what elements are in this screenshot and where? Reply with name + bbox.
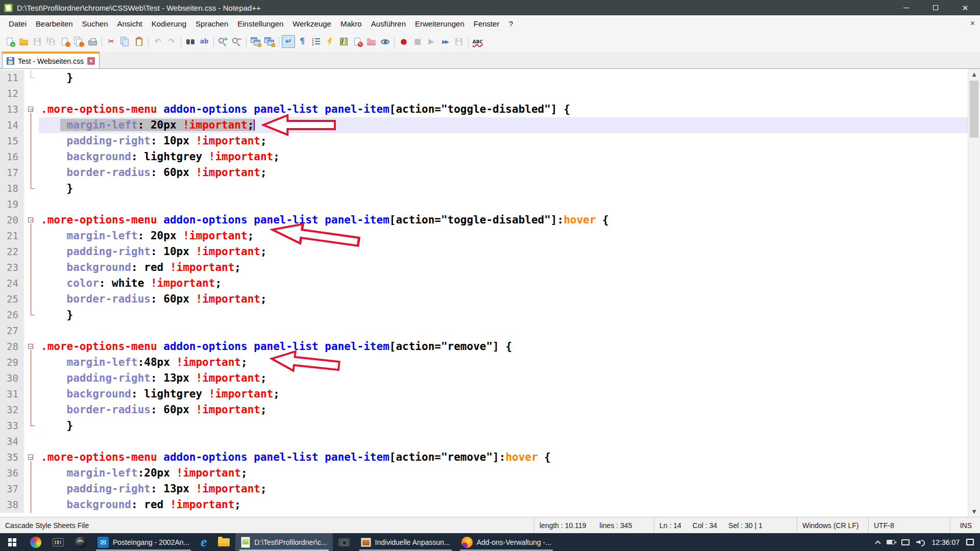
- minimize-button[interactable]: [891, 0, 921, 15]
- cut-button[interactable]: ✂: [105, 35, 118, 48]
- menubar-close-icon[interactable]: ×: [970, 19, 975, 28]
- code-text: background: lightgrey !important;: [39, 149, 968, 165]
- taskbar-clock[interactable]: 12:36:07: [932, 538, 960, 546]
- find-button[interactable]: [184, 35, 197, 48]
- document-map-button[interactable]: [337, 35, 350, 48]
- menu-item-datei[interactable]: Datei: [4, 19, 31, 28]
- fold-collapse-icon[interactable]: [24, 449, 39, 465]
- function-list-button[interactable]: [323, 35, 336, 48]
- line-number: 18: [0, 181, 24, 196]
- scrollbar-thumb[interactable]: [970, 81, 978, 138]
- spell-check-button[interactable]: ABC: [471, 35, 484, 48]
- paste-button[interactable]: [132, 35, 145, 48]
- menu-item-sprachen[interactable]: Sprachen: [191, 19, 233, 28]
- close-button[interactable]: ✕: [950, 0, 980, 15]
- macro-run-multiple-button[interactable]: ▶▶: [438, 35, 452, 48]
- scroll-down-icon[interactable]: ▼: [968, 506, 980, 517]
- sync-horizontal-scroll-button[interactable]: [263, 35, 276, 48]
- copy-button[interactable]: [118, 35, 132, 48]
- menu-item-ausfhren[interactable]: Ausführen: [366, 19, 410, 28]
- colorful-app-icon: [30, 537, 41, 548]
- code-line-20: 20.more-options-menu addon-options panel…: [0, 212, 968, 228]
- save-all-button[interactable]: [44, 35, 58, 48]
- fold-margin: [24, 181, 39, 196]
- line-number: 13: [0, 102, 24, 117]
- fold-collapse-icon[interactable]: [24, 212, 39, 228]
- code-text: padding-right: 10px !important;: [39, 244, 968, 260]
- tab-close-icon[interactable]: ×: [87, 57, 95, 65]
- menu-item-?[interactable]: ?: [504, 19, 518, 28]
- line-number: 33: [0, 418, 24, 434]
- zoom-out-button[interactable]: −: [230, 35, 243, 48]
- menu-item-makro[interactable]: Makro: [336, 19, 366, 28]
- macro-save-button[interactable]: [452, 35, 465, 48]
- taskbar-settings-window[interactable]: Individuelle Anpassun...: [355, 533, 456, 551]
- menu-item-erweiterungen[interactable]: Erweiterungen: [410, 19, 469, 28]
- maximize-button[interactable]: [921, 0, 950, 15]
- menu-item-bearbeiten[interactable]: Bearbeiten: [31, 19, 78, 28]
- toolbar: +✂↶↷ab+−↵¶✎●■▶▶▶ABC: [0, 32, 980, 52]
- line-number: 24: [0, 276, 24, 291]
- macro-stop-button[interactable]: ■: [411, 35, 424, 48]
- menu-item-fenster[interactable]: Fenster: [469, 19, 504, 28]
- macro-record-button[interactable]: ●: [397, 35, 410, 48]
- undo-button[interactable]: ↶: [151, 35, 164, 48]
- sync-vertical-scroll-button[interactable]: [249, 35, 262, 48]
- taskbar-mail-window[interactable]: ✉Posteingang - 2002An...: [92, 533, 195, 551]
- fold-collapse-icon[interactable]: [24, 339, 39, 355]
- show-all-characters-button[interactable]: ¶: [296, 35, 309, 48]
- word-wrap-button[interactable]: ↵: [282, 35, 295, 48]
- taskbar-dark-sphere-app[interactable]: [69, 533, 92, 551]
- code-text: }: [39, 70, 968, 86]
- file-monitoring-button[interactable]: [378, 35, 391, 48]
- menu-item-einstellungen[interactable]: Einstellungen: [233, 19, 288, 28]
- fold-margin: [24, 291, 39, 307]
- fold-margin: [24, 307, 39, 323]
- code-line-28: 28.more-options-menu addon-options panel…: [0, 339, 968, 355]
- code-text: .more-options-menu addon-options panel-l…: [39, 102, 968, 117]
- dark-sphere-icon: [75, 537, 86, 548]
- speaker-icon[interactable]: [916, 539, 925, 545]
- redo-button[interactable]: ↷: [165, 35, 178, 48]
- menu-item-werkzeuge[interactable]: Werkzeuge: [288, 19, 336, 28]
- code-text: [39, 323, 968, 339]
- code-text: [39, 196, 968, 212]
- vertical-scrollbar[interactable]: ▲ ▼: [968, 69, 980, 517]
- document-switcher-button[interactable]: ✎: [351, 35, 364, 48]
- toolbar-separator: [181, 37, 181, 47]
- fold-collapse-icon[interactable]: [24, 102, 39, 117]
- notification-center-icon[interactable]: [966, 539, 974, 545]
- new-file-button[interactable]: +: [3, 35, 16, 48]
- menu-item-ansicht[interactable]: Ansicht: [112, 19, 146, 28]
- taskbar-item-label: Posteingang - 2002An...: [113, 538, 189, 546]
- fold-margin: [24, 133, 39, 149]
- display-icon[interactable]: [901, 539, 910, 545]
- taskbar-system-monitor-app[interactable]: [47, 533, 69, 551]
- print-button[interactable]: [86, 35, 99, 48]
- taskbar-photos-app[interactable]: [24, 533, 47, 551]
- replace-button[interactable]: ab: [198, 35, 211, 48]
- save-button[interactable]: [31, 35, 44, 48]
- macro-play-button[interactable]: ▶: [425, 35, 438, 48]
- menu-item-kodierung[interactable]: Kodierung: [147, 19, 191, 28]
- taskbar-notepadpp-window[interactable]: D:\Test\Profilordner\c...: [235, 533, 332, 551]
- taskbar-file-explorer[interactable]: [212, 533, 235, 551]
- close-all-documents-button[interactable]: [72, 35, 85, 48]
- taskbar-camera-app[interactable]: [333, 533, 355, 551]
- scroll-up-icon[interactable]: ▲: [968, 69, 980, 80]
- start-button[interactable]: [0, 533, 24, 551]
- taskbar-edge[interactable]: e: [195, 533, 212, 551]
- menu-item-suchen[interactable]: Suchen: [78, 19, 113, 28]
- toolbar-separator: [246, 37, 247, 47]
- tray-chevron-up-icon[interactable]: [875, 540, 880, 546]
- taskbar-firefox-window[interactable]: Add-ons-Verwaltung -...: [456, 533, 557, 551]
- folder-as-workspace-button[interactable]: [364, 35, 378, 48]
- close-document-button[interactable]: [58, 35, 71, 48]
- indent-guide-button[interactable]: [309, 35, 323, 48]
- open-file-button[interactable]: [17, 35, 30, 48]
- editor[interactable]: 11 }1213.more-options-menu addon-options…: [0, 69, 980, 517]
- fold-margin: [24, 370, 39, 386]
- battery-icon[interactable]: [887, 540, 895, 544]
- tab-test-webseiten[interactable]: Test - Webseiten.css ×: [2, 52, 100, 68]
- zoom-in-button[interactable]: +: [216, 35, 230, 48]
